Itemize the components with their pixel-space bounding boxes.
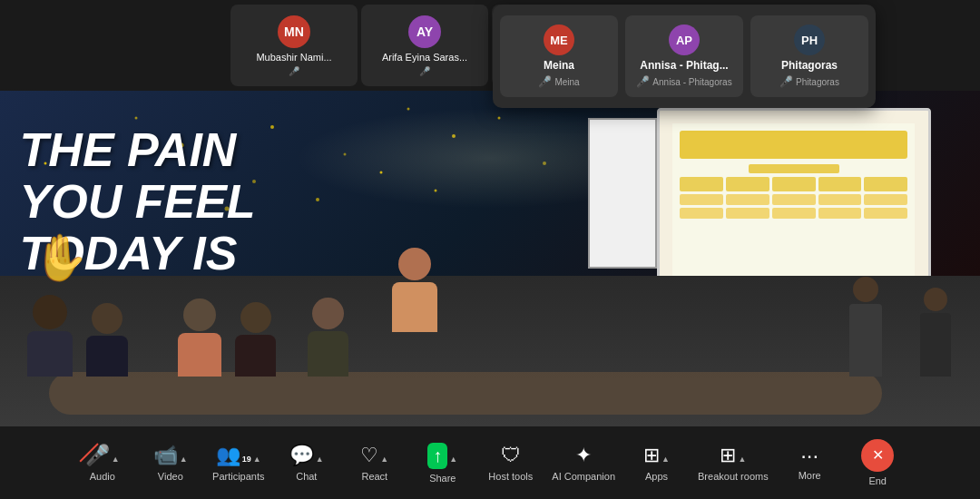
host-tools-button[interactable]: 🛡 Host tools [476, 431, 544, 494]
video-label: Video [158, 471, 183, 482]
react-chevron-icon: ▲ [380, 455, 388, 464]
share-chevron-icon: ▲ [449, 455, 457, 464]
dropdown-participant-card[interactable]: ME Meina 🎤 Meina [500, 15, 618, 97]
person-head [183, 298, 216, 331]
apps-button[interactable]: ⊞ ▲ Apps [622, 431, 691, 494]
projector-screen [657, 108, 931, 293]
breakout-chevron-icon: ▲ [738, 455, 746, 464]
svg-point-12 [316, 198, 319, 201]
person-head [240, 302, 271, 333]
avatar: MN [278, 15, 310, 48]
dropdown-name-sub: 🎤 Annisa - Phitagoras [636, 75, 731, 88]
dropdown-avatar: PH [794, 24, 825, 55]
person-head [33, 295, 67, 329]
chat-button[interactable]: 💬 ▲ Chat [272, 431, 340, 494]
person-body [178, 333, 221, 377]
share-button[interactable]: ↑ ▲ Share [408, 431, 476, 494]
share-icon-wrapper: ↑ ▲ [427, 443, 457, 469]
dropdown-avatar: AP [669, 24, 700, 55]
dropdown-name-main: Annisa - Phitag... [640, 59, 728, 72]
chat-label: Chat [296, 471, 317, 482]
person-body [27, 331, 73, 377]
dropdown-participant-card[interactable]: AP Annisa - Phitag... 🎤 Annisa - Phitago… [625, 15, 743, 97]
end-button[interactable]: ✕ End [844, 431, 912, 494]
speaker-person [392, 248, 437, 332]
more-icon: ··· [800, 445, 818, 466]
end-icon-wrapper: ✕ [861, 439, 894, 472]
person-4 [235, 302, 276, 377]
svg-point-7 [380, 171, 383, 174]
mic-icon: 🎤 [419, 66, 430, 76]
svg-point-3 [344, 153, 347, 156]
audio-icon: 🎤 [85, 444, 110, 467]
screen-content [672, 123, 915, 276]
more-label: More [799, 470, 821, 481]
participant-name: Mubashir Nami... [256, 52, 331, 63]
chat-chevron-icon: ▲ [316, 455, 324, 464]
dropdown-name-sub: 🎤 Meina [538, 75, 579, 88]
audio-icon-wrapper: 🎤 ▲ [85, 444, 120, 467]
host-tools-icon: 🛡 [501, 444, 521, 467]
svg-point-4 [452, 134, 456, 138]
video-button[interactable]: 📹 ▲ Video [136, 431, 204, 494]
person-far-right [920, 288, 951, 377]
person-2 [86, 303, 128, 377]
participants-icon: 👥 [216, 444, 240, 467]
apps-label: Apps [645, 471, 668, 482]
chat-icon-wrapper: 💬 ▲ [289, 444, 324, 467]
person-body [920, 313, 951, 377]
react-label: React [361, 471, 387, 482]
breakout-label: Breakout rooms [698, 471, 769, 482]
chat-icon: 💬 [289, 444, 314, 467]
svg-point-9 [498, 117, 501, 120]
svg-point-5 [135, 117, 138, 120]
toolbar: 🎤 ▲ Audio 📹 ▲ Video 👥 19 ▲ Participants … [0, 426, 980, 499]
person-3 [178, 298, 221, 377]
audio-button[interactable]: 🎤 ▲ Audio [68, 431, 136, 494]
dropdown-name-main: Meina [544, 59, 574, 72]
speaker-head [398, 248, 431, 280]
share-icon: ↑ [427, 443, 447, 469]
participants-label: Participants [212, 471, 264, 482]
screen-org-top [680, 164, 907, 173]
end-icon: ✕ [861, 439, 894, 472]
main-video-area: THE PAIN YOU FEEL TODAY IS HE STRENGTH F… [0, 91, 980, 426]
screen-header [680, 131, 907, 158]
person-head [924, 288, 947, 311]
person-body [849, 304, 882, 377]
dropdown-participant-card[interactable]: PH Phitagoras 🎤 Phitagoras [750, 15, 868, 97]
raised-hand-icon: 🤚 [32, 231, 88, 284]
host-tools-icon-wrapper: 🛡 [501, 444, 521, 467]
screen-boxes-row1 [680, 177, 907, 191]
svg-point-10 [543, 161, 546, 165]
person-body [86, 336, 128, 377]
participants-badge: 19 [242, 455, 251, 464]
apps-icon-wrapper: ⊞ ▲ [643, 444, 670, 467]
ai-companion-button[interactable]: ✦ AI Companion [544, 431, 622, 494]
screen-boxes-row2 [680, 194, 907, 205]
share-label: Share [429, 473, 456, 484]
participant-card[interactable]: MN Mubashir Nami... 🎤 [230, 5, 358, 86]
conference-table [49, 372, 882, 415]
participant-card[interactable]: AY Arifa Eyina Saras... 🎤 [361, 5, 488, 86]
dropdown-avatar: ME [544, 24, 574, 55]
svg-point-1 [407, 108, 410, 111]
more-dropdown: ME Meina 🎤 Meina AP Annisa - Phitag... 🎤… [493, 5, 876, 108]
react-button[interactable]: ♡ ▲ React [340, 431, 408, 494]
person-standing [849, 277, 882, 377]
dropdown-name-main: Phitagoras [781, 59, 838, 72]
apps-chevron-icon: ▲ [662, 455, 670, 464]
more-icon-wrapper: ··· [800, 445, 818, 466]
audio-label: Audio [90, 471, 115, 482]
participants-button[interactable]: 👥 19 ▲ Participants [204, 431, 272, 494]
more-button[interactable]: ··· More [776, 431, 844, 494]
people-row: 🤚 [0, 293, 980, 377]
participant-name: Arifa Eyina Saras... [382, 52, 467, 63]
video-icon-wrapper: 📹 ▲ [153, 444, 188, 467]
breakout-icon: ⊞ [720, 444, 736, 467]
person-body [235, 335, 276, 377]
breakout-rooms-button[interactable]: ⊞ ▲ Breakout rooms [691, 431, 776, 494]
mural-line-1: THE PAIN [20, 124, 306, 176]
avatar: AY [408, 15, 441, 48]
react-icon: ♡ [360, 444, 378, 467]
